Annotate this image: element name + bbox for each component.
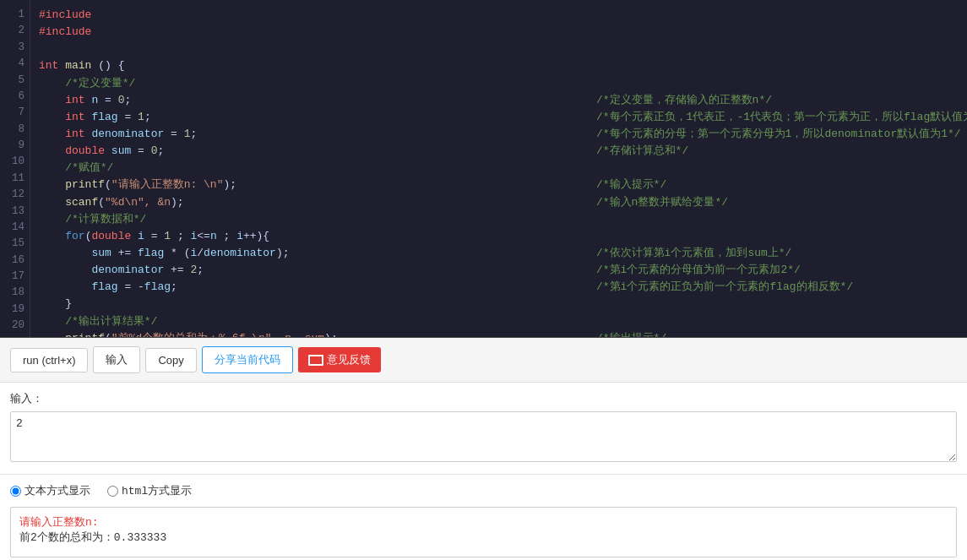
- line-number: 4: [7, 56, 24, 72]
- code-comment: /*定义变量，存储输入的正整数n*/: [596, 92, 772, 109]
- table-row: double sum = 0;/*存储计算总和*/: [39, 143, 967, 160]
- line-number: 18: [7, 285, 24, 301]
- table-row: /*赋值*/: [39, 160, 967, 177]
- output-prompt: 请输入正整数n:: [19, 514, 948, 530]
- code-comment: /*每个元素正负，1代表正，-1代表负；第一个元素为正，所以flag默认值为1*…: [596, 109, 967, 126]
- table-row: /*定义变量*/: [39, 75, 967, 92]
- table-row: int main () {: [39, 57, 967, 74]
- code-left: int denominator = 1;: [39, 126, 596, 143]
- line-number: 11: [7, 171, 24, 187]
- code-left: for(double i = 1 ; i<=n ; i++){: [39, 228, 596, 245]
- code-left: int flag = 1;: [39, 109, 596, 126]
- code-left: int n = 0;: [39, 92, 596, 109]
- feedback-label: 意见反馈: [327, 352, 371, 367]
- code-comment: /*第i个元素的分母值为前一个元素加2*/: [596, 262, 801, 279]
- radio-text-label[interactable]: 文本方式显示: [10, 483, 90, 498]
- code-editor: 1234567891011121314151617181920212223 #i…: [0, 0, 967, 338]
- input-textarea[interactable]: [10, 411, 957, 462]
- table-row: scanf("%d\n", &n);/*输入n整数并赋给变量*/: [39, 194, 967, 211]
- table-row: #include: [39, 24, 967, 41]
- run-button[interactable]: run (ctrl+x): [10, 348, 88, 372]
- radio-html-label[interactable]: html方式显示: [107, 483, 192, 498]
- table-row: printf("请输入正整数n: \n");/*输入提示*/: [39, 177, 967, 193]
- line-number: 1: [7, 7, 24, 23]
- line-number: 13: [7, 204, 24, 220]
- line-number: 6: [7, 89, 24, 105]
- code-left: #include: [39, 24, 596, 41]
- radio-html[interactable]: [107, 486, 118, 497]
- email-icon: [308, 355, 323, 366]
- code-left: double sum = 0;: [39, 143, 596, 160]
- line-number: 3: [7, 40, 24, 56]
- radio-group: 文本方式显示 html方式显示: [10, 483, 957, 498]
- code-left: #include: [39, 7, 596, 24]
- toolbar: run (ctrl+x) 输入 Copy 分享当前代码 意见反馈: [0, 338, 967, 383]
- line-number: 8: [7, 122, 24, 138]
- table-row: }: [39, 296, 967, 313]
- code-comment: /*第i个元素的正负为前一个元素的flag的相反数*/: [596, 279, 853, 296]
- line-number: 20: [7, 318, 24, 334]
- line-number: 2: [7, 23, 24, 39]
- code-left: /*赋值*/: [39, 160, 596, 177]
- code-left: denominator += 2;: [39, 262, 596, 279]
- radio-text[interactable]: [10, 486, 21, 497]
- code-comment: /*存储计算总和*/: [596, 143, 688, 160]
- line-number: 17: [7, 269, 24, 285]
- line-numbers: 1234567891011121314151617181920212223: [0, 0, 30, 337]
- line-number: 12: [7, 187, 24, 203]
- output-section: 文本方式显示 html方式显示 请输入正整数n: 前2个数的总和为：0.3333…: [0, 475, 967, 560]
- code-left: flag = -flag;: [39, 279, 596, 296]
- table-row: int flag = 1;/*每个元素正负，1代表正，-1代表负；第一个元素为正…: [39, 109, 967, 126]
- table-row: denominator += 2;/*第i个元素的分母值为前一个元素加2*/: [39, 262, 967, 279]
- table-row: int n = 0;/*定义变量，存储输入的正整数n*/: [39, 92, 967, 109]
- code-content[interactable]: #include #include int main () { /*定义变量*/…: [30, 0, 967, 337]
- code-left: /*计算数据和*/: [39, 211, 596, 228]
- code-left: scanf("%d\n", &n);: [39, 194, 596, 211]
- line-number: 7: [7, 105, 24, 121]
- code-left: /*定义变量*/: [39, 75, 596, 92]
- line-number: 10: [7, 154, 24, 170]
- code-left: sum += flag * (i/denominator);: [39, 245, 596, 262]
- line-number: 9: [7, 138, 24, 154]
- output-box: 请输入正整数n: 前2个数的总和为：0.333333: [10, 507, 957, 557]
- share-button[interactable]: 分享当前代码: [202, 346, 293, 373]
- line-number: 16: [7, 253, 24, 269]
- copy-button[interactable]: Copy: [145, 348, 196, 372]
- code-left: printf("请输入正整数n: \n");: [39, 177, 596, 193]
- code-comment: /*每个元素的分母；第一个元素分母为1，所以denominator默认值为1*/: [596, 126, 961, 143]
- line-number: 15: [7, 236, 24, 252]
- input-section: 输入：: [0, 383, 967, 475]
- line-number: 21: [7, 334, 24, 339]
- line-number: 5: [7, 73, 24, 89]
- line-number: 19: [7, 302, 24, 318]
- input-button[interactable]: 输入: [93, 346, 140, 373]
- code-left: printf("前%d个数的总和为：%.6f \n", n, sum);: [39, 330, 596, 337]
- output-result: 前2个数的总和为：0.333333: [19, 530, 948, 545]
- input-label: 输入：: [10, 391, 957, 406]
- code-comment: /*输出提示*/: [596, 330, 666, 337]
- table-row: #include: [39, 7, 967, 24]
- code-left: /*输出计算结果*/: [39, 313, 596, 330]
- table-row: [39, 41, 967, 57]
- code-left: }: [39, 296, 596, 313]
- table-row: flag = -flag;/*第i个元素的正负为前一个元素的flag的相反数*/: [39, 279, 967, 296]
- line-number: 14: [7, 220, 24, 236]
- feedback-button[interactable]: 意见反馈: [298, 347, 381, 372]
- code-comment: /*依次计算第i个元素值，加到sum上*/: [596, 245, 791, 262]
- table-row: /*输出计算结果*/: [39, 313, 967, 330]
- code-comment: /*输入n整数并赋给变量*/: [596, 194, 728, 211]
- code-comment: /*输入提示*/: [596, 177, 666, 193]
- table-row: /*计算数据和*/: [39, 211, 967, 228]
- table-row: int denominator = 1;/*每个元素的分母；第一个元素分母为1，…: [39, 126, 967, 143]
- table-row: sum += flag * (i/denominator);/*依次计算第i个元…: [39, 245, 967, 262]
- code-left: int main () {: [39, 57, 596, 74]
- table-row: printf("前%d个数的总和为：%.6f \n", n, sum);/*输出…: [39, 330, 967, 337]
- table-row: for(double i = 1 ; i<=n ; i++){: [39, 228, 967, 245]
- code-left: [39, 41, 596, 57]
